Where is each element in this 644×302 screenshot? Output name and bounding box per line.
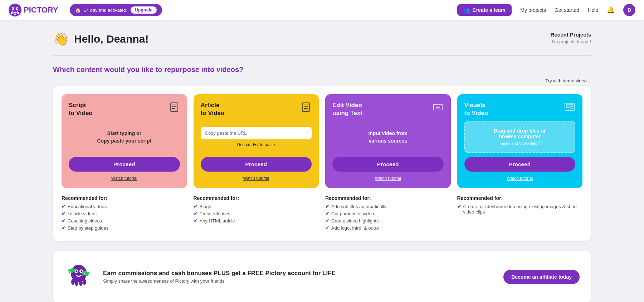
video-text-watch-tutorial[interactable]: Watch tutorial	[332, 176, 444, 181]
affiliate-mascot: $ $	[64, 260, 93, 294]
video-edit-icon	[432, 101, 444, 115]
demo-video-link[interactable]: Try with demo video	[545, 78, 587, 83]
svg-point-3	[13, 8, 14, 9]
list-item: ✔Cut portions of video	[325, 211, 451, 216]
upload-title: Drag and drop files orbrowse computer	[469, 128, 571, 139]
trial-badge: 🏠 14 day trial activated! Upgrade	[70, 4, 162, 16]
section-question: Which content would you like to repurpos…	[53, 66, 591, 74]
list-item: ✔Blogs	[194, 204, 319, 209]
list-item: ✔Listicle videos	[62, 211, 187, 216]
people-icon: 👥	[464, 7, 470, 13]
upgrade-button[interactable]: Upgrade	[130, 6, 157, 14]
list-item: ✔Coaching videos	[62, 218, 187, 224]
svg-rect-24	[570, 107, 573, 108]
get-started-link[interactable]: Get started	[555, 7, 579, 13]
card-body-text: Input video fromvarious sources	[368, 130, 408, 145]
help-link[interactable]: Help	[588, 7, 598, 13]
greeting: 👋 Hello, Deanna!	[53, 32, 148, 47]
rec-list-2: ✔Add subtitles automatically ✔Cut portio…	[325, 204, 451, 231]
card-header: Edit Video using Text	[332, 101, 444, 117]
visuals-icon	[564, 101, 575, 115]
create-team-button[interactable]: 👥 Create a team	[457, 4, 512, 16]
recent-projects-empty: No projects found !	[551, 39, 591, 44]
svg-point-34	[79, 280, 83, 286]
navigation: PICTORY 🏠 14 day trial activated! Upgrad…	[0, 0, 644, 20]
list-item: ✔Press releases	[194, 211, 319, 216]
svg-point-6	[17, 12, 19, 14]
trial-text: 14 day trial activated!	[84, 8, 128, 13]
svg-point-32	[71, 279, 75, 285]
list-item: ✔Create video highlights	[325, 218, 451, 224]
list-item: ✔Step by step guides	[62, 225, 187, 231]
upload-subtitle: Images and Video files ⓘ	[469, 141, 571, 146]
svg-rect-22	[566, 105, 569, 107]
rec-title-3: Recommended for:	[457, 195, 583, 201]
rec-col-0: Recommended for: ✔Educational videos ✔Li…	[62, 195, 187, 233]
script-proceed-button[interactable]: Proceed	[69, 157, 180, 172]
nav-right: 👥 Create a team My projects Get started …	[457, 4, 635, 16]
affiliate-button[interactable]: Become an affiliate today	[503, 270, 580, 284]
article-watch-tutorial[interactable]: Watch tutorial	[201, 176, 312, 181]
svg-point-29	[81, 270, 83, 272]
card-visuals-to-video: Visuals to Video Drag and dr	[457, 94, 583, 188]
rec-col-3: Recommended for: ✔Create a slideshow vid…	[457, 195, 583, 233]
cards-section: Script to Video Start typing orCopy past…	[53, 86, 591, 241]
svg-point-31	[82, 270, 82, 271]
article-proceed-button[interactable]: Proceed	[201, 157, 312, 172]
visuals-proceed-button[interactable]: Proceed	[464, 157, 576, 172]
url-input[interactable]	[201, 127, 312, 139]
card-edit-video-text: Edit Video using Text	[325, 94, 451, 188]
rec-title-1: Recommended for:	[194, 195, 319, 201]
affiliate-main-text: Earn commissions and cash bonuses PLUS g…	[103, 270, 493, 277]
list-item: ✔Add logo, intro, & outro	[325, 225, 451, 231]
divider	[53, 55, 591, 56]
card-body[interactable]: Use cmd+v to paste	[201, 121, 312, 153]
rec-col-2: Recommended for: ✔Add subtitles automati…	[325, 195, 451, 233]
script-watch-tutorial[interactable]: Watch tutorial	[69, 176, 180, 181]
video-text-proceed-button[interactable]: Proceed	[332, 157, 444, 172]
card-script-to-video: Script to Video Start typing orCopy past…	[62, 94, 187, 188]
svg-point-4	[17, 8, 18, 9]
my-projects-link[interactable]: My projects	[520, 7, 546, 13]
bell-icon[interactable]: 🔔	[607, 6, 615, 14]
article-icon	[300, 101, 312, 115]
svg-point-35	[83, 279, 86, 285]
list-item: ✔Create a slideshow video using existing…	[457, 204, 583, 215]
card-header: Article to Video	[201, 101, 312, 117]
affiliate-sub-text: Simply share the awesomeness of Pictory …	[103, 278, 493, 284]
recent-projects-panel: Recent Projects No projects found !	[551, 32, 591, 44]
recent-projects-title: Recent Projects	[551, 32, 591, 38]
svg-point-30	[77, 270, 77, 271]
affiliate-text: Earn commissions and cash bonuses PLUS g…	[103, 270, 493, 284]
visuals-watch-tutorial[interactable]: Watch tutorial	[464, 176, 576, 181]
recommendations-grid: Recommended for: ✔Educational videos ✔Li…	[62, 195, 582, 233]
card-body-text: Start typing orCopy paste your script	[97, 130, 151, 145]
card-body: Start typing orCopy paste your script	[69, 121, 180, 153]
card-title: Article to Video	[201, 101, 225, 117]
logo-text: PICTORY	[24, 5, 58, 15]
url-hint: Use cmd+v to paste	[237, 142, 275, 147]
house-icon: 🏠	[75, 7, 81, 13]
list-item: ✔Any HTML article	[194, 218, 319, 224]
card-header: Script to Video	[69, 101, 180, 117]
svg-rect-23	[570, 105, 573, 106]
main-container: 👋 Hello, Deanna! Recent Projects No proj…	[36, 20, 608, 302]
affiliate-banner: $ $ Earn commissions and cash bonuses PL…	[53, 251, 591, 302]
upload-drop-zone[interactable]: Drag and drop files orbrowse computer Im…	[464, 121, 576, 153]
logo[interactable]: PICTORY	[9, 4, 58, 16]
page-header: 👋 Hello, Deanna! Recent Projects No proj…	[53, 32, 591, 47]
card-body[interactable]: Drag and drop files orbrowse computer Im…	[464, 121, 576, 153]
greeting-text: Hello, Deanna!	[74, 33, 148, 45]
list-item: ✔Add subtitles automatically	[325, 204, 451, 209]
rec-title-0: Recommended for:	[62, 195, 187, 201]
card-title: Visuals to Video	[464, 101, 488, 117]
rec-list-3: ✔Create a slideshow video using existing…	[457, 204, 583, 215]
rec-list-0: ✔Educational videos ✔Listicle videos ✔Co…	[62, 204, 187, 231]
svg-point-5	[11, 12, 13, 14]
card-article-to-video: Article to Video	[194, 94, 319, 188]
script-icon	[169, 101, 180, 115]
avatar[interactable]: D	[623, 4, 635, 16]
rec-title-2: Recommended for:	[325, 195, 451, 201]
card-title: Edit Video using Text	[332, 101, 362, 117]
card-header: Visuals to Video	[464, 101, 576, 117]
